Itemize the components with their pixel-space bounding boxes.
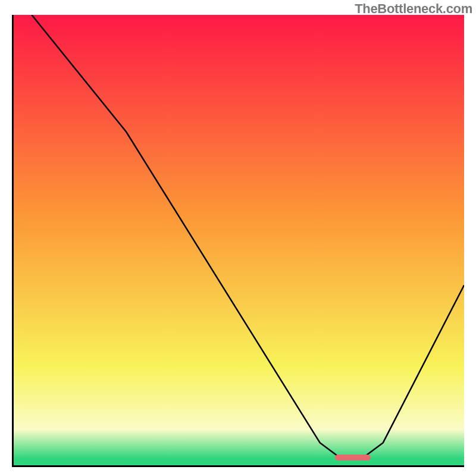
chart-plot-area [12,15,464,467]
optimum-marker [335,455,371,461]
bottleneck-curve [14,15,464,465]
